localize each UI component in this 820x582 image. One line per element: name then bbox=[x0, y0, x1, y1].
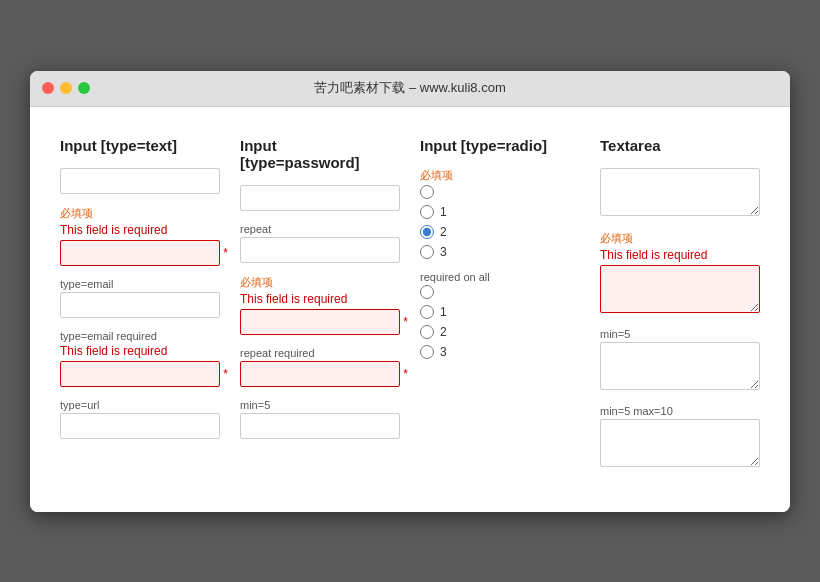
radio-all-2-label: 2 bbox=[440, 325, 447, 339]
pw-basic-group bbox=[240, 185, 400, 211]
text-email-required-error: This field is required bbox=[60, 344, 220, 358]
pw-required-label: 必填项 bbox=[240, 275, 400, 290]
text-url-group: type=url bbox=[60, 399, 220, 439]
radio-all-3: 3 bbox=[420, 345, 580, 359]
pw-min5-label: min=5 bbox=[240, 399, 400, 411]
text-basic-group bbox=[60, 168, 220, 194]
radio-all-1-input[interactable] bbox=[420, 305, 434, 319]
radio-req-1: 1 bbox=[420, 205, 580, 219]
radio-all-1: 1 bbox=[420, 305, 580, 319]
pw-required-input[interactable] bbox=[240, 309, 400, 335]
text-basic-input[interactable] bbox=[60, 168, 220, 194]
form-columns: Input [type=text] 必填项 This field is requ… bbox=[60, 137, 760, 482]
text-url-label: type=url bbox=[60, 399, 220, 411]
text-email-label: type=email bbox=[60, 278, 220, 290]
radio-req-3-input[interactable] bbox=[420, 245, 434, 259]
maximize-button[interactable] bbox=[78, 82, 90, 94]
radio-required-all-section: required on all 1 2 3 bbox=[420, 271, 580, 359]
radio-req-empty-input[interactable] bbox=[420, 185, 434, 199]
pw-repeat-required-group: repeat required * bbox=[240, 347, 400, 387]
ta-min5-input[interactable] bbox=[600, 342, 760, 390]
text-required-label: 必填项 bbox=[60, 206, 220, 221]
col-radio: Input [type=radio] 必填项 1 2 bbox=[410, 137, 590, 482]
ta-required-group: 必填项 This field is required bbox=[600, 231, 760, 316]
traffic-lights bbox=[42, 82, 90, 94]
col-password-header: Input [type=password] bbox=[240, 137, 400, 171]
main-content: Input [type=text] 必填项 This field is requ… bbox=[30, 107, 790, 512]
text-email-required-input[interactable] bbox=[60, 361, 220, 387]
text-email-required-label: type=email required bbox=[60, 330, 220, 342]
ta-min5-max10-label: min=5 max=10 bbox=[600, 405, 760, 417]
col-password: Input [type=password] repeat 必填项 This fi… bbox=[230, 137, 410, 482]
text-basic-row bbox=[60, 168, 220, 194]
pw-required-group: 必填项 This field is required * bbox=[240, 275, 400, 335]
minimize-button[interactable] bbox=[60, 82, 72, 94]
required-star-1: * bbox=[223, 246, 228, 260]
required-star-2: * bbox=[223, 367, 228, 381]
radio-req-2-label: 2 bbox=[440, 225, 447, 239]
col-radio-header: Input [type=radio] bbox=[420, 137, 580, 154]
ta-min5-max10-input[interactable] bbox=[600, 419, 760, 467]
radio-all-2-input[interactable] bbox=[420, 325, 434, 339]
radio-req-2-input[interactable] bbox=[420, 225, 434, 239]
text-required-error: This field is required bbox=[60, 223, 220, 237]
radio-all-1-label: 1 bbox=[440, 305, 447, 319]
window-title: 苦力吧素材下载 – www.kuli8.com bbox=[314, 79, 505, 97]
text-required-row: * bbox=[60, 240, 220, 266]
titlebar: 苦力吧素材下载 – www.kuli8.com bbox=[30, 71, 790, 107]
pw-repeat-group: repeat bbox=[240, 223, 400, 263]
ta-required-label: 必填项 bbox=[600, 231, 760, 246]
ta-required-error: This field is required bbox=[600, 248, 760, 262]
radio-all-2: 2 bbox=[420, 325, 580, 339]
radio-req-1-label: 1 bbox=[440, 205, 447, 219]
ta-min5-max10-group: min=5 max=10 bbox=[600, 405, 760, 470]
col-textarea-header: Textarea bbox=[600, 137, 760, 154]
radio-all-empty-input[interactable] bbox=[420, 285, 434, 299]
pw-repeat-input[interactable] bbox=[240, 237, 400, 263]
text-required-group: 必填项 This field is required * bbox=[60, 206, 220, 266]
text-email-input[interactable] bbox=[60, 292, 220, 318]
ta-min5-label: min=5 bbox=[600, 328, 760, 340]
radio-all-3-input[interactable] bbox=[420, 345, 434, 359]
ta-basic-group bbox=[600, 168, 760, 219]
pw-basic-input[interactable] bbox=[240, 185, 400, 211]
radio-req-2: 2 bbox=[420, 225, 580, 239]
radio-all-empty bbox=[420, 285, 580, 299]
radio-req-3: 3 bbox=[420, 245, 580, 259]
close-button[interactable] bbox=[42, 82, 54, 94]
col-text: Input [type=text] 必填项 This field is requ… bbox=[60, 137, 230, 482]
radio-req-3-label: 3 bbox=[440, 245, 447, 259]
ta-basic-input[interactable] bbox=[600, 168, 760, 216]
text-url-input[interactable] bbox=[60, 413, 220, 439]
radio-required-all-label: required on all bbox=[420, 271, 580, 283]
pw-min5-input[interactable] bbox=[240, 413, 400, 439]
text-email-group: type=email bbox=[60, 278, 220, 318]
ta-required-input[interactable] bbox=[600, 265, 760, 313]
text-email-required-group: type=email required This field is requir… bbox=[60, 330, 220, 387]
radio-req-1-input[interactable] bbox=[420, 205, 434, 219]
pw-repeat-required-label: repeat required bbox=[240, 347, 400, 359]
text-required-input[interactable] bbox=[60, 240, 220, 266]
pw-min5-group: min=5 bbox=[240, 399, 400, 439]
pw-repeat-required-input[interactable] bbox=[240, 361, 400, 387]
pw-repeat-label: repeat bbox=[240, 223, 400, 235]
ta-min5-group: min=5 bbox=[600, 328, 760, 393]
required-star-4: * bbox=[403, 367, 408, 381]
radio-all-3-label: 3 bbox=[440, 345, 447, 359]
app-window: 苦力吧素材下载 – www.kuli8.com Input [type=text… bbox=[30, 71, 790, 512]
col-text-header: Input [type=text] bbox=[60, 137, 220, 154]
pw-required-error: This field is required bbox=[240, 292, 400, 306]
radio-required-label: 必填项 bbox=[420, 168, 580, 183]
col-textarea: Textarea 必填项 This field is required min=… bbox=[590, 137, 760, 482]
radio-req-empty bbox=[420, 185, 580, 199]
radio-required-section: 必填项 1 2 3 bbox=[420, 168, 580, 259]
required-star-3: * bbox=[403, 315, 408, 329]
